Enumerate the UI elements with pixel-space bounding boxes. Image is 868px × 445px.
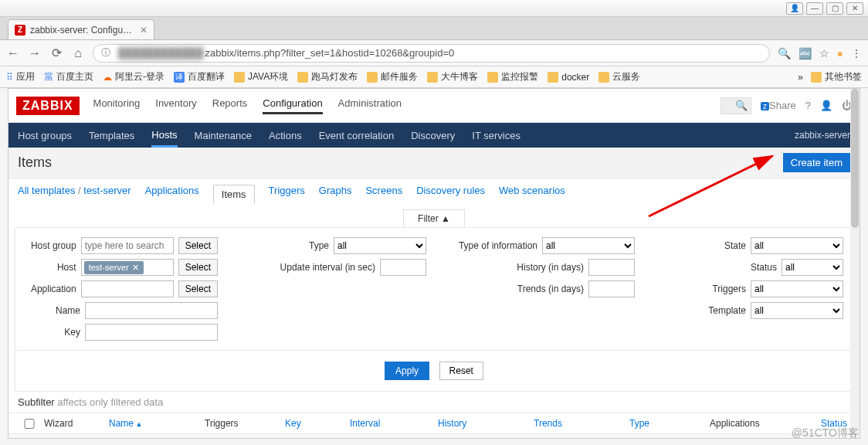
- bookmarks-overflow[interactable]: »: [798, 72, 803, 83]
- tab-applications[interactable]: Applications: [145, 185, 199, 203]
- menu-icon[interactable]: ⋮: [851, 47, 862, 59]
- home-icon[interactable]: ⌂: [71, 46, 85, 60]
- host-input[interactable]: test-server✕: [81, 259, 174, 276]
- type-select[interactable]: all: [334, 237, 426, 254]
- scrollbar-thumb[interactable]: [851, 89, 859, 228]
- bookmark-folder[interactable]: docker: [548, 72, 589, 83]
- col-interval[interactable]: Interval: [350, 418, 435, 429]
- other-bookmarks[interactable]: 其他书签: [811, 70, 862, 83]
- profile-icon[interactable]: ●: [837, 47, 843, 59]
- search-box[interactable]: 🔍: [721, 97, 751, 114]
- tab-triggers[interactable]: Triggers: [269, 185, 305, 203]
- search-icon: 🔍: [735, 100, 748, 111]
- tag-remove-icon[interactable]: ✕: [132, 263, 139, 273]
- share-link[interactable]: zShare: [761, 100, 796, 111]
- label-state: State: [724, 240, 746, 251]
- typeinfo-select[interactable]: all: [542, 237, 635, 254]
- bookmark-item[interactable]: 译百度翻译: [174, 70, 225, 83]
- label-host: Host: [57, 262, 76, 273]
- col-type[interactable]: Type: [629, 418, 707, 429]
- subfilter-row: Subfilter affects only filtered data: [8, 392, 860, 413]
- application-select-button[interactable]: Select: [178, 280, 218, 297]
- filter-actions: Apply Reset: [15, 351, 853, 392]
- hostgroup-input[interactable]: [81, 237, 174, 254]
- trends-input[interactable]: [588, 280, 635, 297]
- menu-monitoring[interactable]: Monitoring: [93, 97, 141, 114]
- bookmark-folder[interactable]: 邮件服务: [367, 70, 418, 83]
- state-select[interactable]: all: [751, 237, 843, 254]
- col-history[interactable]: History: [438, 418, 531, 429]
- user-icon[interactable]: 👤: [820, 100, 832, 111]
- address-bar[interactable]: ⓘ ████████████ zabbix/items.php?filter_s…: [93, 44, 770, 63]
- star-icon[interactable]: ☆: [819, 47, 829, 59]
- status-select[interactable]: all: [782, 259, 843, 276]
- tab-items[interactable]: Items: [213, 185, 255, 203]
- reset-button[interactable]: Reset: [439, 362, 483, 380]
- host-select-button[interactable]: Select: [178, 259, 218, 276]
- window-user-icon[interactable]: 👤: [786, 2, 803, 15]
- forward-icon[interactable]: →: [28, 46, 42, 60]
- col-trends[interactable]: Trends: [534, 418, 626, 429]
- name-input[interactable]: [85, 302, 218, 319]
- history-input[interactable]: [588, 259, 635, 276]
- host-tag[interactable]: test-server✕: [84, 261, 144, 274]
- sub-hosts[interactable]: Hosts: [151, 129, 177, 148]
- bookmark-item[interactable]: ☁阿里云-登录: [103, 70, 164, 83]
- interval-input[interactable]: [380, 259, 426, 276]
- col-name[interactable]: Name: [109, 418, 202, 429]
- col-wizard: Wizard: [44, 418, 106, 429]
- menu-reports[interactable]: Reports: [212, 97, 248, 114]
- application-input[interactable]: [81, 280, 174, 297]
- zabbix-logo[interactable]: ZABBIX: [16, 97, 80, 115]
- triggers-select[interactable]: all: [751, 280, 843, 297]
- table-header: Wizard Name Triggers Key Interval Histor…: [8, 413, 860, 434]
- back-icon[interactable]: ←: [6, 46, 20, 60]
- site-info-icon[interactable]: ⓘ: [101, 46, 114, 59]
- create-item-button[interactable]: Create item: [783, 153, 850, 172]
- apply-button[interactable]: Apply: [385, 362, 429, 380]
- tab-close-icon[interactable]: ✕: [140, 25, 147, 36]
- hostgroup-select-button[interactable]: Select: [178, 237, 218, 254]
- bookmark-folder[interactable]: 云服务: [598, 70, 640, 83]
- sub-eventcorr[interactable]: Event correlation: [319, 130, 395, 141]
- sub-hostgroups[interactable]: Host groups: [18, 130, 72, 141]
- key-input[interactable]: [85, 324, 218, 341]
- menu-configuration[interactable]: Configuration: [263, 97, 322, 114]
- window-maximize-button[interactable]: ▢: [826, 2, 843, 15]
- crumb-host[interactable]: test-server: [83, 185, 131, 196]
- template-select[interactable]: all: [751, 302, 843, 319]
- tab-webscenarios[interactable]: Web scenarios: [499, 185, 565, 203]
- crumb-all-templates[interactable]: All templates: [18, 185, 75, 196]
- zoom-icon[interactable]: 🔍: [778, 47, 791, 59]
- tab-graphs[interactable]: Graphs: [319, 185, 352, 203]
- menu-inventory[interactable]: Inventory: [155, 97, 196, 114]
- page-content: ZABBIX Monitoring Inventory Reports Conf…: [8, 88, 860, 439]
- apps-button[interactable]: ⠿ 应用: [6, 70, 35, 83]
- sub-maintenance[interactable]: Maintenance: [195, 130, 252, 141]
- scrollbar[interactable]: [850, 89, 860, 438]
- reload-icon[interactable]: ⟳: [49, 46, 63, 60]
- bookmark-folder[interactable]: 大牛博客: [427, 70, 478, 83]
- select-all-checkbox[interactable]: [18, 419, 41, 429]
- window-close-button[interactable]: ✕: [846, 2, 863, 15]
- sub-actions[interactable]: Actions: [269, 130, 302, 141]
- tab-discovery[interactable]: Discovery rules: [416, 185, 485, 203]
- translate-icon[interactable]: 🔤: [798, 47, 812, 59]
- label-typeinfo: Type of information: [459, 240, 537, 251]
- filter-toggle[interactable]: Filter ▲: [403, 209, 465, 227]
- bookmark-folder[interactable]: JAVA环境: [234, 70, 288, 83]
- sub-templates[interactable]: Templates: [89, 130, 134, 141]
- sub-itservices[interactable]: IT services: [472, 130, 520, 141]
- bookmark-folder[interactable]: 跑马灯发布: [297, 70, 358, 83]
- menu-administration[interactable]: Administration: [338, 97, 402, 114]
- help-icon[interactable]: ?: [805, 100, 811, 111]
- col-key[interactable]: Key: [285, 418, 347, 429]
- page-header: Items Create item: [8, 148, 860, 178]
- bookmark-item[interactable]: 當百度主页: [44, 70, 93, 83]
- browser-tab[interactable]: Z zabbix-server: Configu… ✕: [8, 19, 154, 39]
- tab-screens[interactable]: Screens: [365, 185, 402, 203]
- window-minimize-button[interactable]: —: [806, 2, 823, 15]
- bookmark-folder[interactable]: 监控报警: [487, 70, 538, 83]
- label-application: Application: [31, 284, 76, 294]
- sub-discovery[interactable]: Discovery: [411, 130, 455, 141]
